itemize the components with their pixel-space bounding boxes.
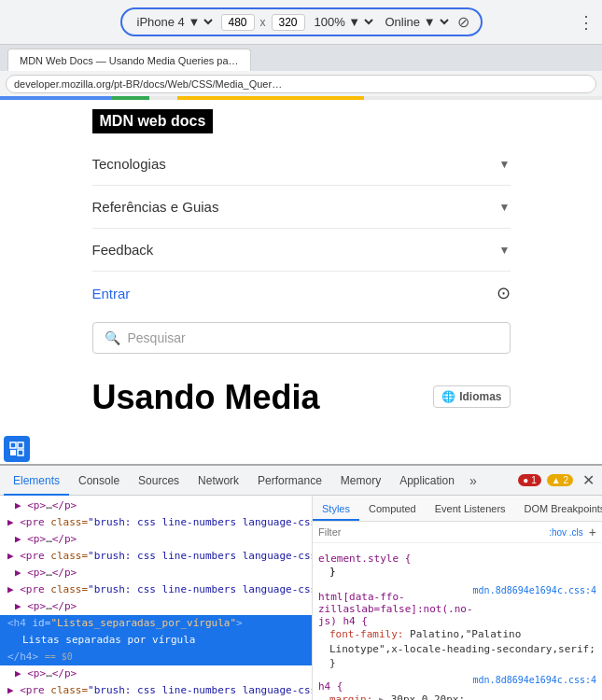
toolbar-more-button[interactable]: ⋮ (578, 12, 595, 33)
devtools-icons: ● 1 ▲ 2 ✕ (518, 471, 598, 489)
mdn-logo: MDN web docs (92, 109, 214, 133)
devtools-body: ▶ <p>…</p> ▶ <pre class="brush: css line… (0, 496, 602, 700)
width-input[interactable] (221, 14, 255, 31)
dom-line: ▶ <pre class="brush: css line-numbers la… (0, 514, 312, 531)
tab-overflow-button[interactable]: » (464, 473, 483, 488)
warning-badge: ▲ 2 (547, 474, 573, 486)
svg-rect-3 (18, 450, 23, 455)
dom-selected-text: Listas separadas por vírgula (0, 632, 312, 649)
phone-view: MDN web docs Tecnologias ▼ Referências e… (77, 100, 525, 432)
address-bar[interactable] (6, 75, 596, 93)
css-source-link[interactable]: mdn.8d8694e1694c.css:4 (473, 585, 596, 627)
dom-line: ▶ <pre class="brush: css line-numbers la… (0, 548, 312, 565)
nav-item-label: Referências e Guias (92, 199, 219, 215)
add-style-button[interactable]: + (589, 525, 596, 539)
chevron-down-icon: ▼ (499, 158, 511, 171)
dom-line: ▶ <p>…</p> (0, 598, 312, 615)
browser-chrome: MDN Web Docs — Usando Media Queries pa… (0, 45, 602, 96)
idiomas-icon: 🌐 (441, 390, 455, 403)
chevron-down-icon: ▼ (499, 201, 511, 214)
tab-dom-breakpoints[interactable]: DOM Breakpoints (515, 496, 602, 521)
dom-line: ▶ <p>…</p> (0, 531, 312, 548)
tab-computed[interactable]: Computed (359, 496, 426, 521)
svg-rect-2 (10, 450, 16, 455)
rotate-button[interactable]: ⊘ (457, 13, 469, 31)
inspect-element-button[interactable] (4, 436, 30, 462)
tab-memory[interactable]: Memory (331, 466, 390, 496)
tab-application[interactable]: Application (390, 466, 464, 496)
dom-line: ▶ <pre class="brush: css line-numbers la… (0, 581, 312, 598)
search-box[interactable]: 🔍 Pesquisar (92, 322, 511, 354)
dom-close-tag: </h4> == $0 (0, 649, 312, 665)
css-selector: html[data-ffo-zillaslab=false]:not(.no-j… (318, 591, 473, 627)
heading-text: Usando Media (92, 378, 320, 417)
device-selector[interactable]: iPhone 4 ▼ (133, 14, 216, 30)
devtools-tab-bar: Elements Console Sources Network Perform… (0, 466, 602, 496)
zoom-selector[interactable]: 100% ▼ (311, 14, 376, 30)
device-controls: iPhone 4 ▼ x 100% ▼ Online ▼ ⊘ (120, 7, 483, 36)
tab-bar: MDN Web Docs — Usando Media Queries pa… (0, 45, 602, 71)
idiomas-button[interactable]: 🌐 Idiomas (433, 385, 510, 408)
styles-sub-tabs: Styles Computed Event Listeners DOM Brea… (313, 496, 602, 522)
svg-rect-1 (18, 442, 23, 448)
css-rule-element-style: element.style { } (318, 553, 596, 580)
filter-row: :hov .cls + (313, 522, 602, 543)
network-selector[interactable]: Online ▼ (382, 14, 452, 30)
css-prop-margin: margin: ▶ 30px 0 20px; (318, 693, 596, 700)
tab-styles[interactable]: Styles (313, 496, 359, 521)
svg-rect-0 (10, 442, 16, 448)
css-rules[interactable]: element.style { } html[data-ffo-zillasla… (313, 543, 602, 700)
tab-performance[interactable]: Performance (248, 466, 331, 496)
responsive-design-toolbar: iPhone 4 ▼ x 100% ▼ Online ▼ ⊘ ⋮ (0, 0, 602, 45)
css-rule-body: } (318, 565, 596, 580)
chevron-down-icon: ▼ (499, 244, 511, 257)
devtools-panel: Elements Console Sources Network Perform… (0, 464, 602, 700)
tab-console[interactable]: Console (69, 466, 129, 496)
nav-item-tecnologias[interactable]: Tecnologias ▼ (92, 143, 511, 186)
tab-event-listeners[interactable]: Event Listeners (426, 496, 515, 521)
css-rule-ffo: html[data-ffo-zillaslab=false]:not(.no-j… (318, 585, 596, 669)
dom-line: ▶ <pre class="brush: css line-numbers la… (0, 682, 312, 699)
idiomas-label: Idiomas (459, 390, 501, 403)
css-selector-row: h4 { mdn.8d8694e1694c.css:4 (318, 675, 596, 693)
height-input[interactable] (272, 14, 305, 31)
page-content: MDN web docs Tecnologias ▼ Referências e… (0, 100, 602, 464)
css-selector: h4 { (318, 680, 343, 693)
nav-item-referencias[interactable]: Referências e Guias ▼ (92, 186, 511, 229)
mdn-navigation: MDN web docs Tecnologias ▼ Referências e… (77, 100, 525, 378)
page-heading: Usando Media 🌐 Idiomas (77, 378, 525, 432)
dimension-separator: x (260, 16, 266, 29)
css-closing-brace: } (318, 657, 596, 669)
dom-selected-line[interactable]: <h4 id="Listas_separadas_por_vírgula"> (0, 615, 312, 632)
css-prop-row: font-family: Palatino,"Palatino Linotype… (318, 627, 596, 657)
dom-panel[interactable]: ▶ <p>…</p> ▶ <pre class="brush: css line… (0, 496, 313, 700)
css-selector-row: html[data-ffo-zillaslab=false]:not(.no-j… (318, 585, 596, 627)
filter-input[interactable] (318, 526, 543, 538)
css-source-link[interactable]: mdn.8d8694e1694c.css:4 (473, 675, 596, 693)
styles-panel: Styles Computed Event Listeners DOM Brea… (313, 496, 602, 700)
nav-item-feedback[interactable]: Feedback ▼ (92, 229, 511, 272)
tab-network[interactable]: Network (189, 466, 248, 496)
nav-item-label: Feedback (92, 242, 154, 258)
github-icon: ⊙ (497, 283, 511, 303)
inspect-icon (9, 441, 24, 456)
dom-line: ▶ <p>…</p> (0, 565, 312, 581)
css-rule-h4: h4 { mdn.8d8694e1694c.css:4 margin: ▶ 30… (318, 675, 596, 700)
error-badge: ● 1 (518, 474, 540, 486)
filter-hint[interactable]: :hov .cls (549, 527, 583, 538)
search-placeholder: Pesquisar (128, 330, 186, 345)
browser-tab[interactable]: MDN Web Docs — Usando Media Queries pa… (7, 49, 251, 71)
signin-link[interactable]: Entrar ⊙ (92, 272, 511, 315)
tab-sources[interactable]: Sources (129, 466, 189, 496)
dom-line: ▶ <p>…</p> (0, 497, 312, 514)
signin-label: Entrar (92, 286, 131, 301)
address-bar-row (0, 71, 602, 96)
tab-elements[interactable]: Elements (4, 466, 69, 496)
css-selector: element.style { (318, 553, 596, 565)
search-icon: 🔍 (105, 330, 120, 345)
dom-line: ▶ <p>…</p> (0, 665, 312, 682)
close-devtools-button[interactable]: ✕ (579, 471, 598, 489)
nav-item-label: Tecnologias (92, 156, 166, 172)
